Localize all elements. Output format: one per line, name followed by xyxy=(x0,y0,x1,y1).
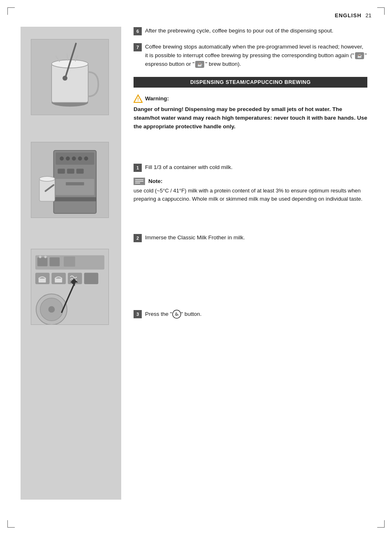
section-header-bar: DISPENSING STEAM/CAPPUCCINO BREWING xyxy=(134,77,367,88)
step-7-block: 7 Coffee brewing stops automatically whe… xyxy=(134,43,367,69)
image-2 xyxy=(31,142,109,218)
svg-rect-20 xyxy=(55,179,94,195)
dispense-step-2-number: 2 xyxy=(134,234,142,242)
corner-mark-tr xyxy=(377,7,385,15)
warning-body-text: Danger of burning! Dispensing may be pre… xyxy=(134,105,367,131)
svg-rect-18 xyxy=(67,169,74,174)
svg-point-31 xyxy=(39,256,42,258)
page-number: 21 xyxy=(366,12,371,19)
dispense-step-1-block: 1 Fill 1/3 of a container with cold milk… xyxy=(134,163,367,172)
svg-point-51 xyxy=(173,310,181,318)
svg-rect-21 xyxy=(66,182,84,185)
note-title-text: Note: xyxy=(148,178,163,184)
svg-point-15 xyxy=(78,157,82,161)
note-block: Note: use cold (~5°C / 41°F) milk with a… xyxy=(134,178,367,203)
spacer-2 xyxy=(134,209,367,234)
dispense-step-3-number: 3 xyxy=(134,310,142,318)
right-content: 6 After the prebrewing cycle, coffee beg… xyxy=(121,27,371,500)
warning-title-row: ! Warning: xyxy=(134,94,367,103)
step-6-block: 6 After the prebrewing cycle, coffee beg… xyxy=(134,27,367,35)
dispense-step-1-number: 1 xyxy=(134,164,142,172)
corner-mark-br xyxy=(377,520,385,528)
warning-block: ! Warning: Danger of burning! Dispensing… xyxy=(134,94,367,131)
image-1-container xyxy=(31,39,109,115)
espresso-button-icon: ☕ xyxy=(355,52,364,59)
svg-rect-22 xyxy=(53,197,96,201)
step-6-number: 6 xyxy=(134,27,142,35)
page: ENGLISH 21 xyxy=(0,0,392,535)
image-1 xyxy=(31,39,109,115)
image-2-container xyxy=(31,142,109,218)
warning-icon: ! xyxy=(134,94,143,103)
svg-point-32 xyxy=(44,256,47,258)
step-7-number: 7 xyxy=(134,43,142,51)
dispense-step-3-text: Press the "" button. xyxy=(145,310,201,319)
note-icon xyxy=(134,178,145,185)
svg-rect-28 xyxy=(37,257,48,266)
svg-rect-36 xyxy=(84,273,99,284)
left-sidebar xyxy=(21,27,121,500)
svg-rect-38 xyxy=(55,278,62,283)
svg-point-41 xyxy=(48,306,55,313)
svg-point-14 xyxy=(72,157,76,161)
svg-rect-29 xyxy=(50,257,60,266)
svg-point-12 xyxy=(60,157,64,161)
main-content-area: 6 After the prebrewing cycle, coffee beg… xyxy=(0,27,392,500)
svg-point-13 xyxy=(66,157,70,161)
dispense-step-1-text: Fill 1/3 of a container with cold milk. xyxy=(145,163,233,172)
svg-rect-19 xyxy=(76,169,84,174)
dispense-step-3-block: 3 Press the "" button. xyxy=(134,310,367,319)
svg-rect-37 xyxy=(39,278,46,283)
dispense-step-2-text: Immerse the Classic Milk Frother in milk… xyxy=(145,234,245,242)
corner-mark-tl xyxy=(7,7,15,15)
svg-point-24 xyxy=(39,176,55,181)
svg-point-5 xyxy=(62,76,67,81)
image-3-container xyxy=(31,249,109,325)
svg-rect-17 xyxy=(58,169,65,174)
note-body-text: use cold (~5°C / 41°F) milk with a prote… xyxy=(134,187,367,203)
language-label: ENGLISH xyxy=(335,12,362,19)
step-7-text: Coffee brewing stops automatically when … xyxy=(145,43,367,69)
svg-rect-30 xyxy=(64,257,75,267)
page-header: ENGLISH 21 xyxy=(0,12,392,19)
spacer-3 xyxy=(134,248,367,310)
svg-rect-2 xyxy=(51,64,88,102)
svg-point-16 xyxy=(84,157,88,161)
corner-mark-bl xyxy=(7,520,15,528)
warning-title-text: Warning: xyxy=(145,95,169,102)
brew-button-icon: ☕ xyxy=(195,61,204,68)
note-icon-bar: Note: xyxy=(134,178,367,185)
spacer-1 xyxy=(134,139,367,163)
step-6-text: After the prebrewing cycle, coffee begin… xyxy=(145,27,333,35)
top-steps-section: 6 After the prebrewing cycle, coffee beg… xyxy=(134,27,367,69)
steam-button-svg xyxy=(172,310,181,319)
svg-text:!: ! xyxy=(137,97,139,102)
dispense-step-2-block: 2 Immerse the Classic Milk Frother in mi… xyxy=(134,234,367,242)
image-3 xyxy=(31,249,109,325)
